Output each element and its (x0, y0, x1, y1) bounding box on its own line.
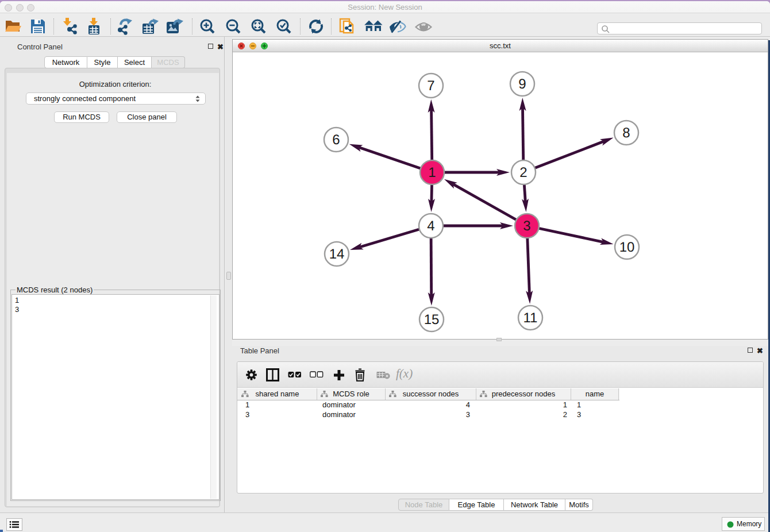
svg-text:4: 4 (427, 218, 434, 234)
svg-text:2: 2 (519, 165, 527, 180)
svg-text:8: 8 (622, 125, 630, 141)
svg-text:9: 9 (518, 76, 526, 92)
svg-text:3: 3 (523, 218, 530, 234)
svg-text:1: 1 (428, 165, 436, 180)
svg-text:7: 7 (427, 78, 434, 94)
svg-text:6: 6 (332, 132, 340, 148)
svg-text:14: 14 (329, 246, 345, 262)
svg-text:11: 11 (523, 310, 538, 326)
svg-text:10: 10 (619, 240, 635, 255)
svg-text:15: 15 (424, 312, 440, 327)
